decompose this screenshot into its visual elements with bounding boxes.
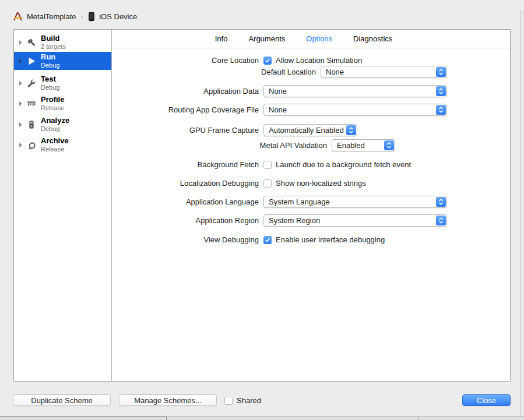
sidebar-item-label: Analyze bbox=[41, 117, 69, 125]
tab-options[interactable]: Options bbox=[306, 34, 332, 43]
sidebar-item-label: Test bbox=[41, 75, 59, 84]
background-fetch-checkbox[interactable] bbox=[263, 161, 272, 169]
sidebar-item-sublabel: Debug bbox=[41, 125, 69, 133]
show-non-localized-strings-checkbox[interactable] bbox=[263, 179, 272, 188]
background-window-divider bbox=[0, 416, 166, 417]
popup-value: None bbox=[326, 68, 344, 76]
tab-info[interactable]: Info bbox=[215, 34, 228, 43]
xcode-project-icon bbox=[13, 12, 23, 22]
popup-value: None bbox=[269, 105, 287, 114]
sidebar-item-sublabel: Debug bbox=[41, 84, 59, 91]
shared-checkbox[interactable] bbox=[224, 397, 233, 405]
test-wrench-icon bbox=[26, 78, 36, 88]
destination-selector[interactable]: iOS Device bbox=[99, 12, 137, 21]
routing-app-coverage-popup[interactable]: None bbox=[263, 104, 447, 116]
localization-debugging-row: Localization Debugging Show non-localize… bbox=[112, 177, 510, 189]
view-debugging-row: View Debugging Enable user interface deb… bbox=[112, 234, 510, 246]
checkbox-label: Launch due to a background fetch event bbox=[276, 160, 411, 169]
checkmark-icon bbox=[265, 58, 270, 63]
popup-value: Automatically Enabled bbox=[269, 126, 344, 135]
background-fetch-row: Background Fetch Launch due to a backgro… bbox=[112, 158, 510, 171]
sidebar-item-test[interactable]: Test Debug bbox=[14, 74, 111, 92]
sidebar-item-sublabel: Release bbox=[41, 104, 64, 112]
disclosure-triangle-icon[interactable] bbox=[19, 143, 22, 147]
checkbox-label: Show non-localized strings bbox=[276, 179, 366, 188]
popup-value: System Language bbox=[269, 197, 330, 206]
gpu-frame-capture-popup[interactable]: Automatically Enabled bbox=[263, 124, 357, 136]
shared-control: Shared bbox=[224, 396, 261, 405]
popup-value: None bbox=[269, 87, 287, 96]
breadcrumb-chevron-icon: › bbox=[81, 12, 84, 21]
default-location-row: Default Location None bbox=[112, 66, 510, 78]
tab-diagnostics[interactable]: Diagnostics bbox=[353, 34, 392, 43]
application-data-row: Application Data None bbox=[112, 85, 510, 97]
core-location-label: Core Location bbox=[112, 56, 259, 65]
shared-label: Shared bbox=[237, 396, 261, 405]
popup-stepper-icon bbox=[436, 86, 446, 96]
archive-icon bbox=[26, 140, 36, 150]
popup-stepper-icon bbox=[346, 125, 356, 135]
gpu-frame-capture-label: GPU Frame Capture bbox=[112, 126, 259, 135]
sidebar-item-sublabel: Release bbox=[41, 146, 69, 153]
enable-ui-debugging-checkbox[interactable] bbox=[263, 236, 272, 244]
sidebar-item-analyze[interactable]: Analyze Debug bbox=[14, 115, 111, 133]
analyze-icon bbox=[26, 119, 36, 129]
scheme-actions-sidebar: Build 2 targets Run Debug bbox=[14, 30, 112, 381]
disclosure-triangle-icon[interactable] bbox=[19, 81, 22, 86]
allow-location-simulation-checkbox[interactable] bbox=[263, 57, 272, 65]
background-window-divider bbox=[166, 417, 167, 420]
run-play-icon bbox=[26, 56, 36, 66]
background-window-right-edge bbox=[521, 10, 524, 416]
duplicate-scheme-button[interactable]: Duplicate Scheme bbox=[13, 394, 111, 406]
core-location-row: Core Location Allow Location Simulation bbox=[112, 54, 510, 66]
popup-stepper-icon bbox=[436, 105, 446, 115]
checkbox-label: Enable user interface debugging bbox=[276, 235, 385, 244]
view-debugging-label: View Debugging bbox=[112, 235, 259, 244]
tab-arguments[interactable]: Arguments bbox=[248, 34, 285, 43]
ios-device-icon bbox=[88, 12, 95, 22]
application-language-popup[interactable]: System Language bbox=[263, 196, 447, 208]
options-panel: Info Arguments Options Diagnostics Core … bbox=[112, 30, 510, 381]
checkmark-icon bbox=[265, 237, 270, 243]
disclosure-triangle-icon[interactable] bbox=[19, 101, 22, 106]
popup-value: Enabled bbox=[337, 141, 365, 150]
application-data-label: Application Data bbox=[112, 87, 259, 96]
application-region-label: Application Region bbox=[112, 216, 259, 225]
close-button[interactable]: Close bbox=[462, 394, 511, 406]
sidebar-item-archive[interactable]: Archive Release bbox=[14, 136, 111, 154]
sidebar-item-label: Run bbox=[41, 53, 59, 62]
routing-app-coverage-row: Routing App Coverage File None bbox=[112, 104, 510, 116]
sidebar-item-profile[interactable]: Profile Release bbox=[14, 94, 111, 112]
metal-api-validation-label: Metal API Validation bbox=[112, 141, 327, 150]
default-location-label: Default Location bbox=[112, 68, 316, 76]
disclosure-triangle-icon[interactable] bbox=[19, 59, 22, 63]
application-language-label: Application Language bbox=[112, 197, 259, 206]
sidebar-item-sublabel: 2 targets bbox=[41, 43, 66, 51]
localization-debugging-label: Localization Debugging bbox=[112, 179, 259, 188]
background-window-divider bbox=[419, 417, 419, 420]
application-region-popup[interactable]: System Region bbox=[263, 214, 447, 227]
background-fetch-label: Background Fetch bbox=[112, 160, 259, 169]
popup-stepper-icon bbox=[436, 216, 446, 225]
tab-bar: Info Arguments Options Diagnostics bbox=[112, 30, 510, 48]
sidebar-item-build[interactable]: Build 2 targets bbox=[14, 33, 111, 51]
disclosure-triangle-icon[interactable] bbox=[19, 40, 22, 45]
breadcrumb: MetalTemplate › iOS Device bbox=[13, 10, 137, 23]
scheme-selector[interactable]: MetalTemplate bbox=[27, 12, 76, 21]
application-language-row: Application Language System Language bbox=[112, 196, 510, 208]
sidebar-item-label: Archive bbox=[41, 137, 69, 146]
metal-api-validation-row: Metal API Validation Enabled bbox=[112, 139, 510, 151]
manage-schemes-button[interactable]: Manage Schemes... bbox=[119, 394, 217, 406]
disclosure-triangle-icon[interactable] bbox=[19, 122, 22, 127]
sidebar-item-run[interactable]: Run Debug bbox=[14, 52, 111, 70]
default-location-popup[interactable]: None bbox=[321, 66, 447, 78]
popup-stepper-icon bbox=[436, 67, 446, 77]
profile-caliper-icon bbox=[26, 98, 36, 108]
application-region-row: Application Region System Region bbox=[112, 214, 510, 227]
checkbox-label: Allow Location Simulation bbox=[276, 56, 362, 65]
popup-value: System Region bbox=[269, 216, 320, 225]
sidebar-item-label: Profile bbox=[41, 96, 64, 104]
metal-api-validation-popup[interactable]: Enabled bbox=[332, 139, 395, 151]
application-data-popup[interactable]: None bbox=[263, 85, 447, 97]
sidebar-item-label: Build bbox=[41, 34, 66, 43]
